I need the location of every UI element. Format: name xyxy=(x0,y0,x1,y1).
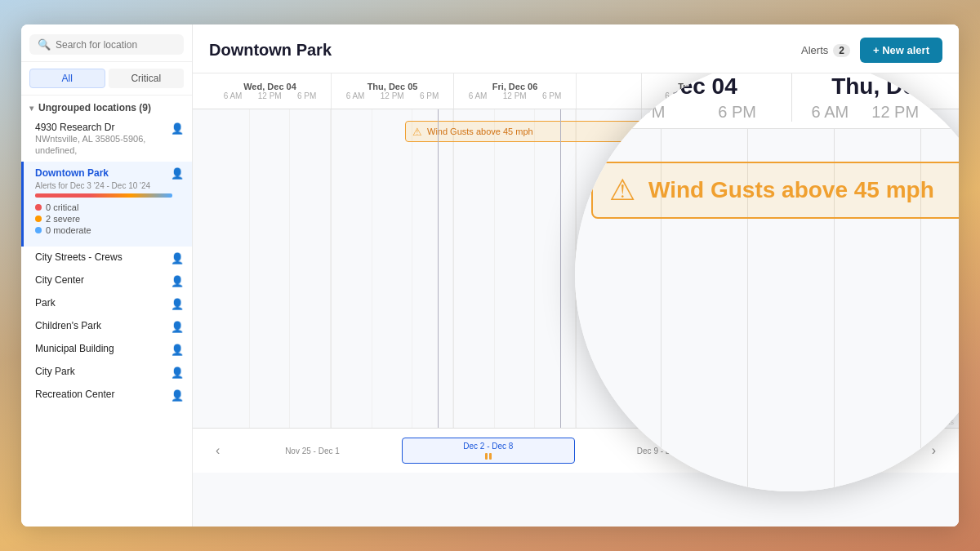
filter-tab-critical[interactable]: Critical xyxy=(109,69,185,88)
grid-day xyxy=(209,109,332,428)
mini-timeline: ‹ Nov 25 - Dec 1 Dec 2 - Dec 8 xyxy=(193,428,959,473)
mini-week-label: Dec 9 - Dec 15 xyxy=(578,447,750,455)
group-label: Ungrouped locations (9) xyxy=(38,102,151,113)
time-label: 6 AM xyxy=(469,91,488,100)
location-name: 4930 Research Dr xyxy=(35,122,171,133)
main-header: Downtown Park Alerts 2 + New alert xyxy=(193,24,959,73)
alert-banner-text: Wind Gusts above 45 mph xyxy=(427,127,533,136)
person-icon-blue: 👤 xyxy=(171,167,184,180)
grid-hour xyxy=(495,109,536,428)
grid-hour xyxy=(703,109,764,428)
grid-hour xyxy=(412,109,453,428)
alerts-label: Alerts xyxy=(801,44,828,56)
vertical-divider xyxy=(560,109,561,428)
alert-severity-bar xyxy=(35,193,172,198)
mini-week-active[interactable]: Dec 2 - Dec 8 xyxy=(402,438,575,464)
app-container: 🔍 All Critical ▾ Ungrouped locations (9)… xyxy=(21,24,959,527)
list-item[interactable]: City Park 👤 xyxy=(21,361,192,384)
search-icon: 🔍 xyxy=(38,38,51,51)
alerts-count-badge: 2 xyxy=(833,44,850,57)
location-name: City Center xyxy=(35,274,84,286)
mini-week[interactable]: Dec 16 ... xyxy=(753,443,924,459)
header-right: Alerts 2 + New alert xyxy=(801,38,942,63)
group-header[interactable]: ▾ Ungrouped locations (9) xyxy=(21,96,192,117)
highcharts-credit: Highcharts xyxy=(919,418,954,426)
mini-week-label: Nov 25 - Dec 1 xyxy=(226,447,398,455)
main-content: Downtown Park Alerts 2 + New alert Wed, … xyxy=(193,24,959,527)
search-input-wrap[interactable]: 🔍 xyxy=(29,34,184,55)
vertical-divider xyxy=(683,109,684,428)
time-labels: 6 AM 12 PM 6 PM xyxy=(216,91,324,100)
person-icon: 👤 xyxy=(171,252,184,264)
person-icon: 👤 xyxy=(171,321,184,333)
warning-icon: ⚠ xyxy=(412,126,422,138)
vertical-divider xyxy=(438,109,439,428)
location-name: City Streets - Crews xyxy=(35,251,122,263)
day-col xyxy=(577,73,642,109)
time-label: 6 PM xyxy=(297,91,316,100)
location-name-selected: Downtown Park xyxy=(35,167,109,179)
alert-stat-severe: 2 severe xyxy=(35,214,172,224)
alert-stat-critical: 0 critical xyxy=(35,202,172,212)
time-label: 6 PM xyxy=(542,91,561,100)
time-label: 6 PM xyxy=(420,91,439,100)
list-item[interactable]: Children's Park 👤 xyxy=(21,315,192,338)
list-item[interactable]: City Streets - Crews 👤 xyxy=(21,247,192,269)
page-title: Downtown Park xyxy=(209,41,332,60)
alert-stat-moderate: 0 moderate xyxy=(35,225,172,235)
day-col: Tue, Dec 10 6 AM 12 PM xyxy=(642,73,764,109)
person-icon: 👤 xyxy=(171,389,184,402)
mini-week-label: Dec 2 - Dec 8 xyxy=(403,442,574,451)
person-icon: 👤 xyxy=(171,122,184,135)
mini-week[interactable]: Dec 9 - Dec 15 xyxy=(578,443,750,459)
location-item[interactable]: 4930 Research Dr NWntsville, AL 35805-59… xyxy=(21,117,192,162)
time-label: 6 AM xyxy=(665,91,684,100)
new-alert-button[interactable]: + New alert xyxy=(860,38,942,63)
time-label: 12 PM xyxy=(258,91,282,100)
severe-dot xyxy=(35,216,42,222)
person-icon: 👤 xyxy=(171,344,184,356)
location-item-downtown-park[interactable]: Downtown Park 👤 Alerts for Dec 3 '24 - D… xyxy=(21,162,192,247)
time-labels: 6 AM 12 PM xyxy=(648,91,757,100)
grid-hour xyxy=(250,109,291,428)
time-labels: 6 AM 12 PM 6 PM xyxy=(338,91,447,100)
location-name: Recreation Center xyxy=(35,389,114,400)
person-icon: 👤 xyxy=(171,367,184,379)
time-label: 12 PM xyxy=(503,91,527,100)
vertical-divider xyxy=(805,109,806,428)
sidebar: 🔍 All Critical ▾ Ungrouped locations (9)… xyxy=(21,24,193,527)
timeline-next-button[interactable]: › xyxy=(925,440,942,461)
list-item[interactable]: City Center 👤 xyxy=(21,269,192,292)
mini-marker xyxy=(489,453,492,460)
mini-weeks: Nov 25 - Dec 1 Dec 2 - Dec 8 Dec 9 - Dec… xyxy=(226,438,924,464)
location-name: Municipal Building xyxy=(35,343,114,354)
grid-hour xyxy=(372,109,413,428)
critical-dot xyxy=(35,204,42,211)
filter-tab-all[interactable]: All xyxy=(29,69,105,88)
grid-hour xyxy=(454,109,495,428)
day-label: Tue, Dec 10 xyxy=(648,82,757,91)
timeline-prev-button[interactable]: ‹ xyxy=(209,440,226,461)
mini-week[interactable]: Nov 25 - Dec 1 xyxy=(226,443,398,459)
mini-week-markers xyxy=(403,453,574,460)
list-item[interactable]: Municipal Building 👤 xyxy=(21,338,192,361)
list-item[interactable]: Recreation Center 👤 xyxy=(21,384,192,407)
day-label: Wed, Dec 04 xyxy=(216,82,324,91)
chevron-down-icon: ▾ xyxy=(29,104,33,113)
timeline-header: Wed, Dec 04 6 AM 12 PM 6 PM Thu, Dec 05 … xyxy=(193,73,959,109)
grid-hour xyxy=(332,109,372,428)
person-icon: 👤 xyxy=(171,275,184,287)
search-bar: 🔍 xyxy=(21,24,192,62)
location-name: City Park xyxy=(35,366,75,377)
search-input[interactable] xyxy=(56,39,176,51)
location-name: Park xyxy=(35,297,56,309)
alerts-count: Alerts 2 xyxy=(801,44,850,57)
grid-day xyxy=(577,109,642,428)
time-label: 6 AM xyxy=(346,91,365,100)
list-item[interactable]: Park 👤 xyxy=(21,292,192,315)
time-labels: 6 AM 12 PM 6 PM xyxy=(461,91,569,100)
grid-day xyxy=(454,109,577,428)
mini-week-label: Dec 16 ... xyxy=(753,447,924,455)
day-col: Thu, Dec 05 6 AM 12 PM 6 PM xyxy=(332,73,454,109)
location-name: Children's Park xyxy=(35,320,101,331)
